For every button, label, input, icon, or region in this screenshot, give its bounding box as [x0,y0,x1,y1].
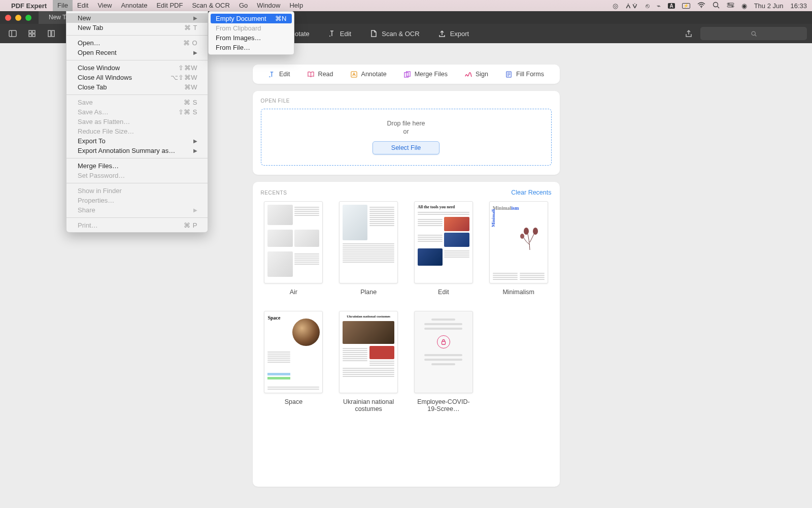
submenu-from-file[interactable]: From File… [209,43,294,52]
window-zoom-button[interactable] [25,15,31,21]
file-dropzone[interactable]: Drop file here or Select File [261,109,552,166]
svg-rect-11 [29,34,31,37]
recent-label: Edit [438,289,449,296]
clear-recents-link[interactable]: Clear Recents [511,189,551,196]
window-close-button[interactable] [5,15,11,21]
sign-icon [464,71,472,78]
recent-item-edit[interactable]: All the tools you need Edit [411,201,477,296]
recent-thumb [264,201,323,283]
action-annotate[interactable]: Annotate [350,71,387,78]
toolbar-export[interactable]: Export [431,26,477,41]
menubar-help[interactable]: Help [285,0,308,11]
siri-icon[interactable]: ◉ [741,2,747,10]
recent-item-ukrainian[interactable]: Ukrainian national costumes Ukrainian na… [335,311,401,412]
svg-point-5 [728,3,729,4]
menubar-edit[interactable]: Edit [73,0,93,11]
control-center-icon[interactable] [727,2,734,10]
toolbar-edit[interactable]: Edit [321,26,358,41]
thumbnails-icon[interactable] [24,26,40,41]
battery-icon[interactable]: ⚡ [682,3,690,9]
search-input[interactable] [700,27,807,40]
chevron-right-icon: ▶ [193,207,197,213]
menubar-annotate[interactable]: Annotate [116,0,152,11]
file-menu-new-tab[interactable]: New Tab⌘ T [66,23,208,33]
svg-rect-31 [442,341,445,344]
recents-card: Recents Clear Recents Air [253,182,560,487]
app-name[interactable]: PDF Expert [11,2,47,10]
monogram-icon[interactable]: ⩑⩒ [625,2,638,10]
file-menu-show-finder: Show in Finder [66,186,208,196]
action-sign[interactable]: Sign [464,71,488,78]
chevron-right-icon: ▶ [193,50,197,55]
macos-menubar: PDF Expert File Edit View Annotate Edit … [0,0,812,11]
file-menu-export-to[interactable]: Export To▶ [66,136,208,146]
cc-icon[interactable]: ◎ [613,2,618,10]
recents-label: Recents [261,190,287,196]
action-read[interactable]: Read [307,71,333,78]
recent-item-space[interactable]: Space Space [261,311,327,412]
file-menu-export-annot[interactable]: Export Annotation Summary as…▶ [66,146,208,155]
fill-forms-icon [505,71,513,78]
share-icon[interactable] [681,26,696,41]
keyboard-layout-icon[interactable]: A [668,3,674,9]
submenu-from-images[interactable]: From Images… [209,33,294,43]
lock-icon [437,335,450,348]
bookmarks-icon[interactable] [44,26,59,41]
dropzone-text: Drop file here [387,120,425,127]
open-file-card: Open File Drop file here or Select File [253,91,560,175]
select-file-button[interactable]: Select File [373,141,439,154]
action-merge[interactable]: Merge Files [403,71,448,78]
svg-point-0 [701,7,702,8]
action-edit[interactable]: Edit [268,71,290,78]
file-menu-merge[interactable]: Merge Files… [66,161,208,171]
recent-item-plane[interactable]: Plane [335,201,401,296]
recent-item-covid[interactable]: Employee-COVID-19-Scree… [411,311,477,412]
recent-item-minimalism[interactable]: Minimalism Minimali Minimalism [486,201,552,296]
file-menu-share: Share▶ [66,205,208,215]
menubar-scan-ocr[interactable]: Scan & OCR [187,0,234,11]
action-fill[interactable]: Fill Forms [505,71,544,78]
menubar-go[interactable]: Go [234,0,252,11]
recent-label: Ukrainian national costumes [338,398,399,412]
file-menu-close-all[interactable]: Close All Windows⌥⇧⌘W [66,73,208,82]
file-menu-open-recent[interactable]: Open Recent▶ [66,48,208,57]
menubar-time[interactable]: 16:33 [790,2,807,10]
recent-label: Air [290,289,297,296]
file-menu-print: Print…⌘ P [66,220,208,230]
chevron-right-icon: ▶ [193,138,197,144]
bluetooth-icon[interactable]: ⌁ [657,2,661,10]
recent-label: Plane [360,289,377,296]
svg-rect-9 [29,30,31,33]
menubar-window[interactable]: Window [252,0,285,11]
toolbar-scan-ocr[interactable]: Scan & OCR [362,26,426,41]
menubar-view[interactable]: View [93,0,116,11]
file-menu-close-tab[interactable]: Close Tab⌘W [66,82,208,92]
edit-text-icon [268,71,276,78]
menubar-edit-pdf[interactable]: Edit PDF [152,0,187,11]
menubar-status-icons: ◎ ⩑⩒ ⎋ ⌁ A ⚡ ◉ Thu 2 Jun 16:33 [613,2,807,10]
sidebar-toggle-icon[interactable] [5,26,20,41]
chevron-right-icon: ▶ [193,148,197,153]
menubar-file[interactable]: File [53,0,73,11]
file-menu-close-window[interactable]: Close Window⇧⌘W [66,63,208,73]
recent-item-air[interactable]: Air [261,201,327,296]
menubar-date[interactable]: Thu 2 Jun [754,2,784,10]
annotate-icon [350,71,358,78]
submenu-empty-document[interactable]: Empty Document⌘N [211,14,292,23]
dropzone-or: or [403,128,409,135]
file-menu-open[interactable]: Open…⌘ O [66,38,208,48]
window-traffic-lights [5,15,31,21]
usb-icon[interactable]: ⎋ [646,2,650,10]
file-menu-set-password: Set Password… [66,171,208,180]
file-menu-save: Save⌘ S [66,98,208,107]
svg-point-17 [752,31,755,35]
svg-rect-10 [32,30,35,33]
wifi-icon[interactable] [697,2,705,10]
window-minimize-button[interactable] [15,15,21,21]
spotlight-icon[interactable] [713,2,720,10]
svg-line-2 [717,6,719,8]
new-submenu: Empty Document⌘N From Clipboard From Ima… [208,11,294,55]
svg-point-28 [524,228,529,235]
file-menu-new[interactable]: New▶ [66,13,208,23]
merge-icon [403,71,411,78]
